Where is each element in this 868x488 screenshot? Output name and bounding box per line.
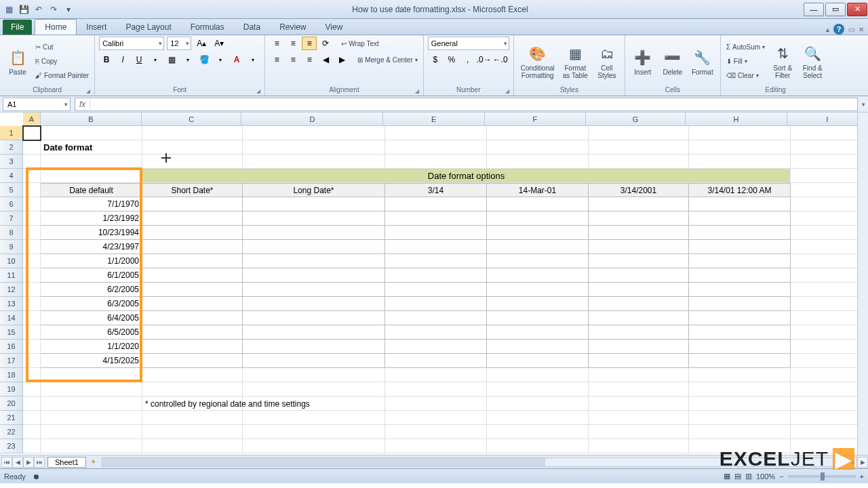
date-cell[interactable]: 6/5/2005 bbox=[41, 325, 142, 340]
cell[interactable] bbox=[23, 183, 41, 197]
cell[interactable] bbox=[243, 126, 385, 140]
cell[interactable] bbox=[142, 155, 243, 169]
align-top-icon[interactable]: ≡ bbox=[269, 37, 284, 50]
cell[interactable] bbox=[689, 396, 791, 411]
number-launcher-icon[interactable]: ◢ bbox=[505, 88, 509, 94]
table-cell[interactable] bbox=[689, 283, 791, 297]
fill-color-button[interactable]: 🪣 bbox=[197, 53, 212, 66]
cell[interactable] bbox=[142, 425, 243, 439]
table-cell[interactable] bbox=[589, 297, 689, 311]
sheet-nav-prev-icon[interactable]: ◀ bbox=[12, 457, 23, 468]
cut-button[interactable]: ✂Cut bbox=[34, 40, 90, 54]
increase-font-icon[interactable]: A▴ bbox=[194, 37, 209, 50]
cell[interactable] bbox=[791, 240, 868, 254]
row-header[interactable]: 9 bbox=[0, 240, 23, 254]
table-cell[interactable] bbox=[142, 340, 243, 354]
cell[interactable] bbox=[23, 211, 41, 226]
cell[interactable] bbox=[589, 439, 689, 453]
cell[interactable] bbox=[41, 169, 142, 183]
underline-dropdown-icon[interactable]: ▾ bbox=[148, 53, 163, 66]
column-header[interactable]: E bbox=[383, 113, 484, 125]
paste-button[interactable]: 📋 Paste bbox=[4, 45, 31, 77]
table-cell[interactable] bbox=[589, 340, 689, 354]
find-select-button[interactable]: 🔍Find & Select bbox=[799, 41, 826, 81]
table-cell[interactable] bbox=[589, 354, 689, 368]
sheet-nav-next-icon[interactable]: ▶ bbox=[23, 457, 34, 468]
footnote-cell[interactable]: * controlled by regional date and time s… bbox=[142, 396, 481, 411]
date-cell[interactable]: 4/15/2025 bbox=[41, 354, 142, 368]
table-cell[interactable] bbox=[487, 226, 589, 240]
cell[interactable] bbox=[243, 140, 385, 155]
cell[interactable] bbox=[791, 211, 868, 226]
row-header[interactable]: 8 bbox=[0, 226, 23, 240]
cell[interactable] bbox=[487, 382, 589, 396]
table-cell[interactable] bbox=[243, 354, 385, 368]
wrap-text-button[interactable]: ↩Wrap Text bbox=[340, 37, 380, 50]
tab-home[interactable]: Home bbox=[35, 19, 77, 35]
cell[interactable] bbox=[589, 396, 689, 411]
font-color-button[interactable]: A bbox=[229, 53, 244, 66]
table-cell[interactable] bbox=[142, 268, 243, 283]
table-cell[interactable] bbox=[142, 297, 243, 311]
currency-icon[interactable]: $ bbox=[428, 53, 443, 66]
table-cell[interactable] bbox=[142, 197, 243, 211]
table-cell[interactable] bbox=[689, 311, 791, 325]
cell[interactable] bbox=[142, 439, 243, 453]
table-cell[interactable] bbox=[385, 211, 487, 226]
zoom-in-icon[interactable]: + bbox=[860, 472, 864, 481]
sheet-tab[interactable]: Sheet1 bbox=[47, 457, 86, 468]
formula-expand-icon[interactable]: ▾ bbox=[862, 101, 868, 108]
cell[interactable] bbox=[791, 368, 868, 382]
cell[interactable] bbox=[23, 240, 41, 254]
options-header-cell[interactable]: Date format options bbox=[142, 169, 791, 183]
cell[interactable] bbox=[243, 439, 385, 453]
cell[interactable] bbox=[23, 140, 41, 155]
font-launcher-icon[interactable]: ◢ bbox=[256, 88, 260, 94]
new-sheet-icon[interactable]: ✦ bbox=[90, 458, 96, 466]
table-cell[interactable] bbox=[689, 325, 791, 340]
cell[interactable] bbox=[791, 297, 868, 311]
cell[interactable] bbox=[385, 425, 487, 439]
increase-decimal-icon[interactable]: .0→ bbox=[477, 53, 492, 66]
table-cell[interactable] bbox=[589, 197, 689, 211]
table-cell[interactable] bbox=[142, 311, 243, 325]
cell[interactable] bbox=[589, 155, 689, 169]
cell[interactable] bbox=[385, 155, 487, 169]
save-icon[interactable]: 💾 bbox=[18, 3, 30, 16]
row-header[interactable]: 18 bbox=[0, 368, 23, 382]
tab-insert[interactable]: Insert bbox=[77, 20, 116, 35]
tab-data[interactable]: Data bbox=[234, 20, 270, 35]
date-cell[interactable]: 6/3/2005 bbox=[41, 297, 142, 311]
cell[interactable] bbox=[23, 340, 41, 354]
conditional-formatting-button[interactable]: 🎨Conditional Formatting bbox=[518, 41, 557, 81]
cell[interactable] bbox=[385, 439, 487, 453]
sort-filter-button[interactable]: ⇅Sort & Filter bbox=[769, 41, 796, 81]
cell[interactable] bbox=[589, 382, 689, 396]
table-cell[interactable] bbox=[385, 283, 487, 297]
borders-button[interactable]: ▦ bbox=[164, 53, 179, 66]
column-header[interactable]: I bbox=[787, 113, 868, 125]
delete-cells-button[interactable]: ➖Delete bbox=[659, 45, 686, 77]
cell[interactable] bbox=[23, 254, 41, 268]
qat-customize-icon[interactable]: ▾ bbox=[62, 3, 75, 16]
cell[interactable] bbox=[689, 411, 791, 425]
align-center-icon[interactable]: ≡ bbox=[285, 53, 300, 66]
row-header[interactable]: 13 bbox=[0, 297, 23, 311]
format-as-table-button[interactable]: ▦Format as Table bbox=[560, 41, 591, 81]
table-cell[interactable] bbox=[487, 354, 589, 368]
table-header-cell[interactable]: 3/14 bbox=[385, 183, 487, 197]
align-bottom-icon[interactable]: ≡ bbox=[302, 37, 317, 50]
borders-dropdown-icon[interactable]: ▾ bbox=[180, 53, 195, 66]
align-left-icon[interactable]: ≡ bbox=[269, 53, 284, 66]
row-header[interactable]: 4 bbox=[0, 169, 23, 183]
cell[interactable] bbox=[487, 368, 589, 382]
cell[interactable] bbox=[23, 283, 41, 297]
table-cell[interactable] bbox=[142, 283, 243, 297]
date-cell[interactable]: 6/4/2005 bbox=[41, 311, 142, 325]
cell[interactable] bbox=[385, 140, 487, 155]
date-cell[interactable]: 6/1/2005 bbox=[41, 268, 142, 283]
cell[interactable] bbox=[487, 439, 589, 453]
table-cell[interactable] bbox=[487, 240, 589, 254]
copy-button[interactable]: ⎘Copy bbox=[34, 54, 90, 68]
insert-cells-button[interactable]: ➕Insert bbox=[629, 45, 656, 77]
